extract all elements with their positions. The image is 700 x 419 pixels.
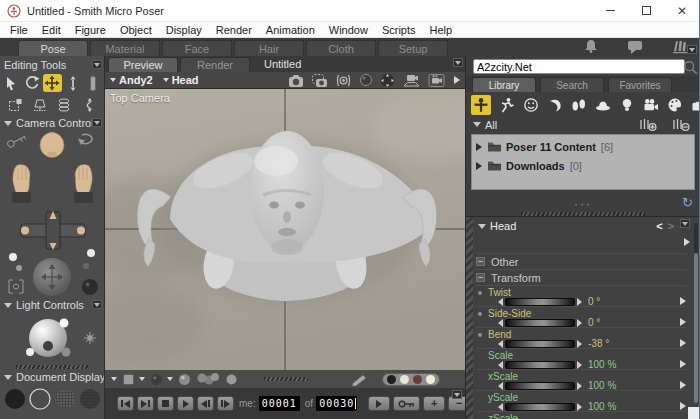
- background-color-swatch[interactable]: [400, 375, 409, 384]
- dolly-camera-icon[interactable]: [402, 73, 421, 88]
- room-tab-material[interactable]: Material: [90, 40, 160, 56]
- library-tab-library[interactable]: Library: [472, 77, 536, 92]
- room-tab-setup[interactable]: Setup: [378, 40, 448, 56]
- menu-object[interactable]: Object: [113, 24, 159, 36]
- editing-tools-menu-button[interactable]: [92, 60, 102, 69]
- camera-name-label[interactable]: Top Camera: [110, 92, 170, 104]
- dial-decrement-arrow[interactable]: [498, 382, 503, 390]
- parameter-group-transform[interactable]: −Transform: [476, 269, 686, 285]
- materials-category-button[interactable]: [666, 96, 683, 113]
- more-cameras-arrow[interactable]: [454, 76, 460, 84]
- tabs-overflow-arrow[interactable]: [684, 238, 690, 246]
- dial-decrement-arrow[interactable]: [498, 361, 503, 369]
- collapse-icon[interactable]: [473, 122, 481, 127]
- play-button[interactable]: [177, 396, 194, 411]
- prev-actor-button[interactable]: <: [656, 220, 662, 232]
- figures-category-button[interactable]: [471, 95, 491, 115]
- menu-file[interactable]: File: [3, 24, 35, 36]
- right-panel-menu-button[interactable]: [687, 45, 697, 54]
- dial-track[interactable]: [505, 403, 575, 411]
- menu-figure[interactable]: Figure: [68, 24, 113, 36]
- shadow-dropdown[interactable]: [139, 373, 163, 386]
- menu-render[interactable]: Render: [209, 24, 259, 36]
- parameters-menu-button[interactable]: [680, 219, 690, 228]
- room-tab-cloth[interactable]: Cloth: [306, 40, 376, 56]
- last-frame-button[interactable]: [137, 396, 154, 411]
- menu-animation[interactable]: Animation: [259, 24, 322, 36]
- props-category-button[interactable]: [594, 96, 611, 113]
- dial-menu-arrow[interactable]: [680, 402, 686, 410]
- bodypart-select-dropdown[interactable]: Head: [163, 74, 199, 86]
- poses-category-button[interactable]: [498, 96, 515, 113]
- collapse-icon[interactable]: [4, 303, 12, 308]
- minimize-button[interactable]: [592, 0, 628, 21]
- dial-menu-arrow[interactable]: [680, 381, 686, 389]
- library-tab-favorites[interactable]: Favorites: [608, 77, 672, 92]
- loop-play-button[interactable]: [368, 396, 390, 411]
- expressions-category-button[interactable]: [522, 96, 539, 113]
- notifications-button[interactable]: [583, 38, 599, 54]
- library-item-poser-11-content[interactable]: Poser 11 Content[6]: [472, 137, 694, 156]
- dial-decrement-arrow[interactable]: [498, 403, 503, 411]
- library-tab-search[interactable]: Search: [540, 77, 604, 92]
- more-results[interactable]: ···: [466, 196, 700, 212]
- remove-library-icon[interactable]: [671, 117, 691, 132]
- close-button[interactable]: ✕: [664, 0, 700, 21]
- messages-button[interactable]: [627, 39, 643, 54]
- depth-cue-dropdown[interactable]: [111, 373, 135, 386]
- menu-window[interactable]: Window: [322, 24, 375, 36]
- single-style-sphere[interactable]: [225, 373, 238, 386]
- light-controls-panel[interactable]: [2, 312, 103, 364]
- scale-tool-button[interactable]: [6, 96, 25, 114]
- dial-increment-arrow[interactable]: [577, 340, 582, 348]
- shadow-color-swatch[interactable]: [413, 375, 422, 384]
- prev-frame-button[interactable]: [197, 396, 214, 411]
- camera-controls-panel[interactable]: [2, 130, 103, 298]
- flyaround-camera-icon[interactable]: [311, 73, 328, 88]
- dial-track[interactable]: [505, 319, 575, 327]
- translate-tool-button[interactable]: [43, 74, 62, 92]
- viewport-3d[interactable]: Top Camera: [105, 88, 465, 370]
- current-frame-field[interactable]: 00001: [259, 396, 300, 411]
- menu-scripts[interactable]: Scripts: [375, 24, 423, 36]
- dial-decrement-arrow[interactable]: [498, 319, 503, 327]
- camera-dots-icon[interactable]: [428, 73, 447, 88]
- document-color-swatches[interactable]: [382, 373, 440, 386]
- collapse-icon[interactable]: [4, 375, 12, 380]
- dial-menu-arrow[interactable]: [680, 339, 686, 347]
- refresh-button[interactable]: ↻: [682, 196, 693, 210]
- foreground-color-swatch[interactable]: [387, 375, 396, 384]
- cameras-category-button[interactable]: [642, 96, 659, 113]
- room-tab-face[interactable]: Face: [162, 40, 232, 56]
- parameter-group-other[interactable]: −Other: [476, 253, 686, 269]
- collapse-minus-icon[interactable]: −: [476, 273, 485, 282]
- add-keyframe-button[interactable]: [393, 396, 420, 411]
- tool-indicator-capsule[interactable]: [84, 74, 103, 92]
- library-search-input[interactable]: [473, 59, 685, 74]
- transport-menu-button[interactable]: [452, 390, 462, 399]
- multi-style-cluster[interactable]: [195, 372, 221, 387]
- display-style-panel[interactable]: [2, 386, 103, 412]
- next-actor-button[interactable]: >: [668, 220, 674, 232]
- dial-track[interactable]: [505, 361, 575, 369]
- room-tab-pose[interactable]: Pose: [18, 40, 88, 56]
- translate-in-out-tool-button[interactable]: [63, 74, 82, 92]
- resize-grip[interactable]: [688, 407, 699, 419]
- expand-arrow-icon[interactable]: [476, 162, 482, 170]
- style-bar-drag-handle[interactable]: [264, 377, 308, 381]
- taper-tool-button[interactable]: [30, 96, 49, 114]
- dial-decrement-arrow[interactable]: [498, 298, 503, 306]
- next-frame-button[interactable]: [217, 396, 234, 411]
- edit-colors-button[interactable]: [350, 372, 370, 386]
- chain-break-tool-button[interactable]: [79, 96, 98, 114]
- dial-decrement-arrow[interactable]: [498, 340, 503, 348]
- menu-edit[interactable]: Edit: [35, 24, 68, 36]
- library-item-downloads[interactable]: Downloads[0]: [472, 156, 694, 175]
- expand-arrow-icon[interactable]: [476, 143, 482, 151]
- room-tab-hair[interactable]: Hair: [234, 40, 304, 56]
- camera-controls-menu-button[interactable]: [92, 118, 102, 127]
- dial-increment-arrow[interactable]: [577, 403, 582, 411]
- figure-select-dropdown[interactable]: Andy2: [110, 74, 153, 86]
- collapse-icon[interactable]: [478, 224, 486, 229]
- maximize-button[interactable]: [628, 0, 664, 21]
